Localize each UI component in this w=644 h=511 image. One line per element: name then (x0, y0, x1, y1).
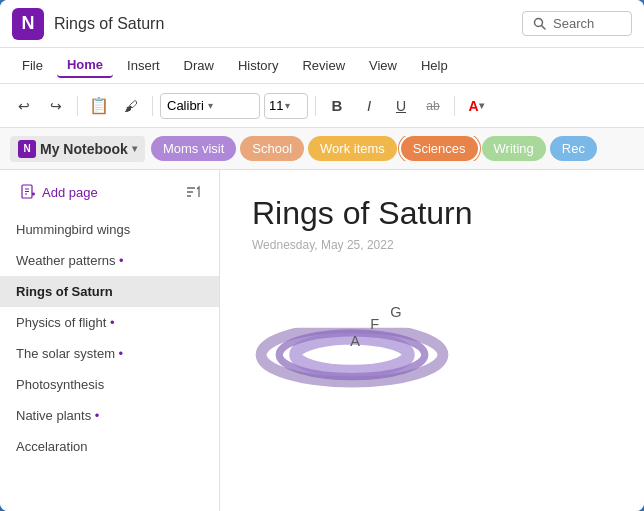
tab-rec[interactable]: Rec (550, 136, 597, 161)
svg-text:A: A (350, 333, 360, 349)
note-diagram: G F A (252, 272, 452, 392)
main-content: Add page Hummingbird wings Weather patte… (0, 170, 644, 511)
note-date: Wednesday, May 25, 2022 (252, 238, 612, 252)
window-title: Rings of Saturn (54, 15, 522, 33)
page-item-weather[interactable]: Weather patterns (0, 245, 219, 276)
page-item-native[interactable]: Native plants (0, 400, 219, 431)
search-label: Search (553, 16, 594, 31)
add-page-label: Add page (42, 185, 98, 200)
page-item-photosynthesis[interactable]: Photosynthesis (0, 369, 219, 400)
sidebar-header: Add page (0, 170, 219, 214)
toolbar: ↩ ↪ 📋 🖌 Calibri ▾ 11 ▾ B I U ab A ▾ (0, 84, 644, 128)
font-color-dropdown-icon: ▾ (479, 100, 484, 111)
bold-button[interactable]: B (323, 92, 351, 120)
paste-button[interactable]: 📋 (85, 92, 113, 120)
strikethrough-button[interactable]: ab (419, 92, 447, 120)
underline-button[interactable]: U (387, 92, 415, 120)
add-page-button[interactable]: Add page (14, 180, 104, 204)
sort-button[interactable] (181, 180, 205, 204)
svg-text:F: F (370, 317, 379, 333)
tabs-container: Moms visit School Work items Sciences Wr… (151, 136, 597, 161)
menu-insert[interactable]: Insert (117, 54, 170, 77)
app-window: N Rings of Saturn Search File Home Inser… (0, 0, 644, 511)
menu-view[interactable]: View (359, 54, 407, 77)
tab-moms-visit[interactable]: Moms visit (151, 136, 236, 161)
svg-text:G: G (390, 304, 401, 320)
search-icon (533, 17, 547, 31)
page-item-rings[interactable]: Rings of Saturn (0, 276, 219, 307)
tab-writing[interactable]: Writing (482, 136, 546, 161)
notebook-bar: N My Notebook ▾ Moms visit School Work i… (0, 128, 644, 170)
redo-button[interactable]: ↪ (42, 92, 70, 120)
tab-school[interactable]: School (240, 136, 304, 161)
font-name: Calibri (167, 98, 204, 113)
notebook-dropdown-icon: ▾ (132, 143, 137, 154)
font-size-dropdown-icon: ▾ (285, 100, 290, 111)
toolbar-separator-3 (315, 96, 316, 116)
search-box[interactable]: Search (522, 11, 632, 36)
undo-button[interactable]: ↩ (10, 92, 38, 120)
menu-draw[interactable]: Draw (174, 54, 224, 77)
menu-help[interactable]: Help (411, 54, 458, 77)
page-item-solar[interactable]: The solar system (0, 338, 219, 369)
notebook-selector[interactable]: N My Notebook ▾ (10, 136, 145, 162)
title-bar: N Rings of Saturn Search (0, 0, 644, 48)
tab-work-items[interactable]: Work items (308, 136, 397, 161)
toolbar-separator-2 (152, 96, 153, 116)
page-item-acceleration[interactable]: Accelaration (0, 431, 219, 462)
menu-bar: File Home Insert Draw History Review Vie… (0, 48, 644, 84)
font-selector[interactable]: Calibri ▾ (160, 93, 260, 119)
menu-review[interactable]: Review (292, 54, 355, 77)
toolbar-separator-4 (454, 96, 455, 116)
italic-button[interactable]: I (355, 92, 383, 120)
menu-home[interactable]: Home (57, 53, 113, 78)
font-size: 11 (269, 98, 283, 113)
notebook-icon: N (18, 140, 36, 158)
add-page-icon (20, 184, 36, 200)
page-item-hummingbird[interactable]: Hummingbird wings (0, 214, 219, 245)
font-size-selector[interactable]: 11 ▾ (264, 93, 308, 119)
app-logo: N (12, 8, 44, 40)
menu-history[interactable]: History (228, 54, 288, 77)
notebook-name: My Notebook (40, 141, 128, 157)
svg-line-1 (542, 25, 546, 29)
sort-icon (185, 184, 201, 200)
format-painter-button[interactable]: 🖌 (117, 92, 145, 120)
sidebar: Add page Hummingbird wings Weather patte… (0, 170, 220, 511)
note-content: Rings of Saturn Wednesday, May 25, 2022 (220, 170, 644, 511)
toolbar-separator-1 (77, 96, 78, 116)
menu-file[interactable]: File (12, 54, 53, 77)
note-title: Rings of Saturn (252, 194, 612, 232)
page-list: Hummingbird wings Weather patterns Rings… (0, 214, 219, 511)
page-item-physics[interactable]: Physics of flight (0, 307, 219, 338)
diagram-svg: G F A (252, 272, 452, 392)
tab-sciences[interactable]: Sciences (401, 136, 478, 161)
font-color-button[interactable]: A ▾ (462, 92, 490, 120)
font-dropdown-icon: ▾ (208, 100, 213, 111)
